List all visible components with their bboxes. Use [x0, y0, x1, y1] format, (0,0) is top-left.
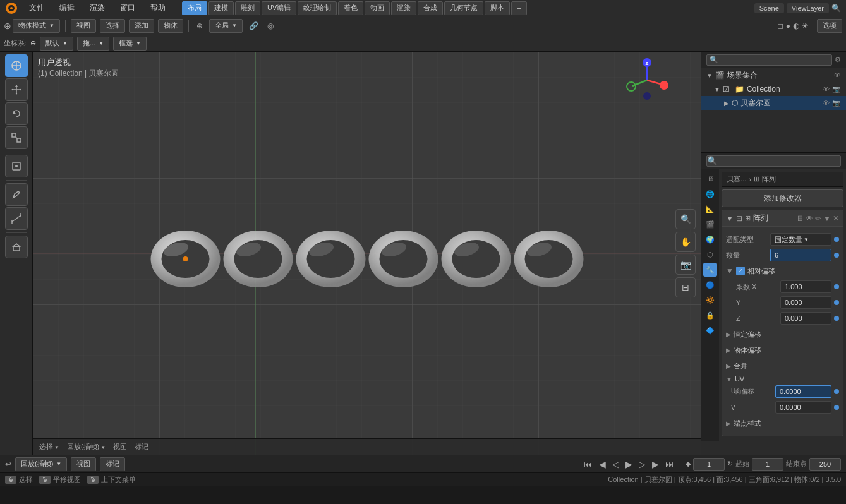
viewport-marker-menu[interactable]: 标记 [132, 441, 151, 453]
viewport-shading-wire[interactable]: ◻ [777, 21, 783, 30]
modifier-expand-arrow[interactable]: ▼ [726, 214, 734, 223]
add-cube-tool[interactable] [5, 236, 28, 258]
collection-eye-icon[interactable]: 👁 [823, 85, 830, 93]
viewport-shading-rendered[interactable]: ☀ [802, 21, 809, 30]
tab-geometry-nodes[interactable]: 几何节点 [444, 1, 483, 15]
tab-add[interactable]: + [511, 1, 526, 15]
props-scene-icon[interactable]: 🎬 [703, 217, 717, 231]
props-particles-icon[interactable]: 🔵 [703, 278, 717, 292]
viewport-shading-material[interactable]: ◐ [793, 21, 799, 30]
props-output-icon[interactable]: 🌐 [703, 187, 717, 201]
timeline-view-menu[interactable]: 视图 [71, 457, 96, 471]
outliner-vis-scene[interactable]: 👁 [834, 71, 841, 79]
menu-window[interactable]: 窗口 [116, 1, 139, 15]
fit-type-field[interactable]: 固定数量 ▼ [770, 233, 831, 246]
select-mode-dropdown[interactable]: 框选 ▼ [113, 37, 147, 51]
next-keyframe-btn[interactable]: ▷ [636, 458, 648, 471]
timeline-select-icon[interactable]: ↩ [5, 460, 11, 469]
props-physics-icon[interactable]: 🔆 [703, 293, 717, 307]
tab-shading[interactable]: 着色 [338, 1, 363, 15]
tab-rendering[interactable]: 渲染 [391, 1, 416, 15]
prev-frame-btn[interactable]: ◀ [596, 458, 608, 471]
outliner-item-collection[interactable]: ▼ ☑ 📁 Collection 👁 📷 [701, 82, 846, 96]
cursor-icon[interactable]: ⊕ [194, 20, 205, 32]
tab-modeling[interactable]: 建模 [208, 1, 234, 15]
modifier-render-icon[interactable]: 🖥 [796, 214, 804, 223]
scale-tool[interactable] [5, 126, 28, 149]
props-modifier-icon[interactable]: 🔧 [703, 263, 717, 277]
properties-search[interactable] [706, 155, 841, 167]
modifier-checkbox[interactable]: ⊟ [736, 214, 742, 223]
props-constraints-icon[interactable]: 🔒 [703, 308, 717, 322]
props-world-icon[interactable]: 🌍 [703, 232, 717, 246]
viewport-playback-dropdown[interactable]: 回放(插帧)▼ [64, 441, 108, 453]
relative-offset-expand[interactable]: ▼ [726, 267, 734, 275]
tab-scripting[interactable]: 脚本 [485, 1, 510, 15]
tab-animation[interactable]: 动画 [365, 1, 390, 15]
goto-end-btn[interactable]: ⏭ [663, 458, 677, 471]
viewport-select-dropdown[interactable]: 选择▼ [37, 441, 62, 453]
prev-keyframe-btn[interactable]: ◁ [610, 458, 622, 471]
snap-icon[interactable]: 🔗 [246, 20, 261, 32]
menu-help[interactable]: 帮助 [147, 1, 169, 15]
menu-render[interactable]: 渲染 [86, 1, 109, 15]
tab-compositing[interactable]: 合成 [418, 1, 443, 15]
object-mode-dropdown[interactable]: 物体模式 ▼ [13, 19, 60, 33]
playback-dropdown[interactable]: 回放(插帧) ▼ [15, 457, 67, 471]
tab-layout[interactable]: 布局 [182, 1, 207, 15]
global-dropdown[interactable]: 全局 ▼ [209, 19, 243, 33]
obj-offset-row[interactable]: ▶ 物体偏移 [726, 343, 839, 357]
object-menu[interactable]: 物体 [158, 19, 183, 33]
transform-tool[interactable] [5, 155, 28, 177]
search-global-icon[interactable]: 🔍 [831, 4, 841, 13]
view-layer-name[interactable]: ViewLayer [787, 3, 829, 13]
viewport-shading-solid[interactable]: ● [786, 21, 790, 30]
z-field[interactable]: 0.000 [780, 312, 831, 325]
play-btn[interactable]: ▶ [623, 458, 635, 471]
y-field[interactable]: 0.000 [780, 296, 831, 309]
outliner-filter-icon[interactable]: ⚙ [835, 56, 841, 64]
gizmo[interactable]: Z [625, 58, 669, 102]
proportional-edit-icon[interactable]: ◎ [265, 20, 276, 32]
cursor-tool[interactable] [5, 54, 28, 77]
goto-start-btn[interactable]: ⏮ [581, 458, 595, 471]
measure-tool[interactable] [5, 207, 28, 230]
outliner-item-bezier[interactable]: ▶ ⬡ 贝塞尔圆 👁 📷 [701, 96, 846, 110]
outliner-item-scene[interactable]: ▼ 🎬 场景集合 👁 [701, 68, 846, 82]
camera-btn[interactable]: 📷 [675, 255, 696, 275]
menu-edit[interactable]: 编辑 [56, 1, 78, 15]
tab-texture[interactable]: 纹理绘制 [298, 1, 337, 15]
ortho-btn[interactable]: ⊟ [675, 277, 696, 297]
rotate-tool[interactable] [5, 102, 28, 125]
u-offset-field[interactable]: 0.0000 [775, 385, 831, 398]
current-frame-field[interactable]: 1 [693, 458, 725, 471]
next-frame-btn[interactable]: ▶ [650, 458, 662, 471]
bezier-render-icon[interactable]: 📷 [832, 99, 841, 107]
scene-name[interactable]: Scene [754, 3, 784, 13]
options-btn[interactable]: 选项 [817, 19, 842, 33]
add-modifier-btn[interactable]: 添加修改器 [722, 189, 843, 207]
props-render-icon[interactable]: 🖥 [703, 172, 717, 186]
drag-dropdown[interactable]: 拖... ▼ [77, 37, 109, 51]
outliner-search[interactable]: 🔍 [706, 54, 832, 66]
start-frame-field[interactable]: 1 [752, 458, 783, 471]
zoom-in-btn[interactable]: 🔍 [675, 209, 696, 229]
pan-btn[interactable]: ✋ [675, 232, 696, 252]
count-field[interactable]: 6 [770, 249, 831, 261]
loop-icon[interactable]: ↻ [727, 460, 733, 468]
timeline-marker-menu[interactable]: 标记 [100, 457, 125, 471]
modifier-vis-icon[interactable]: 👁 [806, 214, 813, 223]
bezier-vis-icon[interactable]: 👁 [823, 99, 830, 107]
tab-sculpt[interactable]: 雕刻 [235, 1, 260, 15]
select-menu[interactable]: 选择 [100, 19, 125, 33]
props-data-icon[interactable]: 🔷 [703, 323, 717, 337]
view-menu[interactable]: 视图 [71, 19, 96, 33]
viewport-view-menu[interactable]: 视图 [111, 441, 130, 453]
v-field[interactable]: 0.0000 [775, 401, 831, 414]
const-offset-row[interactable]: ▶ 恒定偏移 [726, 327, 839, 341]
end-frame-field[interactable]: 250 [809, 458, 841, 471]
modifier-down-icon[interactable]: ▼ [823, 214, 831, 223]
add-menu[interactable]: 添加 [129, 19, 154, 33]
tab-uv[interactable]: UV编辑 [262, 1, 296, 15]
vertex-style-row[interactable]: ▶ 端点样式 [726, 416, 839, 430]
